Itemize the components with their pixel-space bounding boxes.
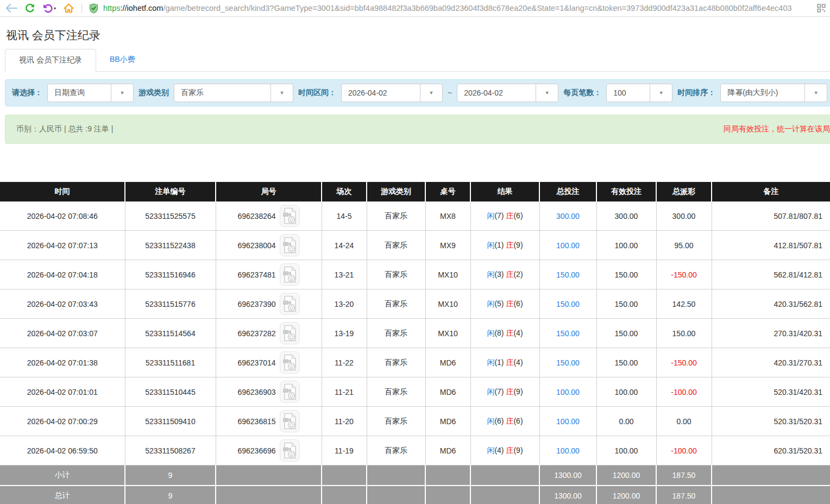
cell-session: 11-19 bbox=[322, 436, 367, 465]
cell-game-type: 百家乐 bbox=[367, 407, 425, 436]
header-result: 结果 bbox=[470, 182, 539, 201]
cell-total-bet: 150.00 bbox=[539, 260, 596, 289]
query-mode-select[interactable]: 日期查询 ▼ bbox=[47, 84, 134, 102]
url-text[interactable]: https://iohetf.com/game/betrecord_search… bbox=[103, 4, 810, 12]
total-bet-link[interactable]: 150.00 bbox=[556, 270, 580, 279]
total-bet-link[interactable]: 100.00 bbox=[556, 446, 580, 455]
cell-total-bet: 150.00 bbox=[539, 348, 596, 377]
player-label: 闲 bbox=[487, 329, 494, 337]
table-body: 2026-04-02 07:08:46523311525575696238264… bbox=[0, 201, 830, 504]
subtotal-row: 小计91300.001200.00187.50 bbox=[0, 465, 830, 486]
cell-remark: 412.81/507.81 bbox=[712, 231, 830, 260]
cell-total-bet: 300.00 bbox=[539, 201, 596, 231]
cell-bet-id: 523311515776 bbox=[125, 289, 216, 319]
banker-label: 庄 bbox=[506, 211, 513, 220]
cell-session: 13-21 bbox=[322, 260, 367, 289]
video-replay-button[interactable] bbox=[280, 410, 300, 432]
total-bet-link[interactable]: 300.00 bbox=[556, 212, 580, 220]
banker-label: 庄 bbox=[506, 241, 513, 249]
video-file-icon bbox=[282, 207, 297, 224]
video-replay-button[interactable] bbox=[280, 322, 300, 344]
cell-game-type: 百家乐 bbox=[367, 377, 425, 407]
cell-valid-bet: 100.00 bbox=[596, 231, 656, 260]
footer-count: 9 bbox=[125, 465, 216, 486]
round-number: 696238264 bbox=[237, 212, 275, 220]
video-file-icon bbox=[282, 442, 297, 459]
qr-code-icon[interactable] bbox=[817, 4, 826, 12]
tab-bb-tips[interactable]: BB小费 bbox=[96, 49, 149, 71]
undo-control[interactable]: ▾ bbox=[42, 3, 56, 13]
cell-valid-bet: 150.00 bbox=[596, 289, 656, 319]
date-from-select[interactable]: 2026-04-02 ▼ bbox=[341, 84, 443, 102]
footer-empty-cell bbox=[470, 486, 539, 504]
total-bet-link[interactable]: 100.00 bbox=[556, 388, 580, 396]
footer-empty-cell bbox=[712, 465, 830, 486]
round-number: 696237390 bbox=[237, 300, 275, 308]
back-icon[interactable] bbox=[5, 4, 17, 12]
video-replay-button[interactable] bbox=[280, 205, 300, 227]
total-bet-link[interactable]: 150.00 bbox=[556, 358, 580, 367]
footer-empty-cell bbox=[322, 486, 367, 504]
url-path: /game/betrecord_search/kind3?GameType=30… bbox=[163, 4, 791, 12]
banker-label: 庄 bbox=[506, 270, 513, 279]
home-icon[interactable] bbox=[63, 3, 74, 14]
security-shield-icon[interactable] bbox=[89, 3, 98, 14]
video-replay-button[interactable] bbox=[280, 293, 300, 315]
video-replay-button[interactable] bbox=[280, 439, 300, 462]
cell-remark: 562.81/412.81 bbox=[712, 260, 830, 289]
header-remark: 备注 bbox=[712, 182, 830, 201]
player-label: 闲 bbox=[487, 446, 494, 455]
undo-dropdown-caret[interactable]: ▾ bbox=[54, 6, 56, 11]
banker-label: 庄 bbox=[506, 417, 513, 425]
video-replay-button[interactable] bbox=[280, 234, 300, 256]
game-type-select[interactable]: 百家乐 ▼ bbox=[174, 84, 293, 102]
total-bet-link[interactable]: 100.00 bbox=[556, 417, 580, 426]
page-title: 视讯 会员下注纪录 bbox=[6, 28, 830, 43]
sort-order-label: 时间排序： bbox=[677, 88, 715, 98]
video-file-icon bbox=[282, 325, 297, 342]
cell-game-type: 百家乐 bbox=[367, 436, 425, 465]
address-bar[interactable]: https://iohetf.com/game/betrecord_search… bbox=[89, 3, 810, 14]
banker-score: (9) bbox=[513, 241, 523, 249]
cell-payout: 95.00 bbox=[656, 231, 712, 260]
game-type-label: 游戏类别 bbox=[139, 88, 169, 98]
tab-bet-records[interactable]: 视讯 会员下注纪录 bbox=[5, 49, 96, 72]
sort-order-select[interactable]: 降幂(由大到小) ▼ bbox=[720, 84, 827, 102]
chevron-down-icon: ▼ bbox=[271, 84, 293, 102]
cell-valid-bet: 150.00 bbox=[596, 260, 656, 289]
player-label: 闲 bbox=[487, 241, 494, 249]
refresh-icon[interactable] bbox=[24, 3, 35, 14]
footer-empty-cell bbox=[322, 465, 367, 486]
table-row: 2026-04-02 06:59:50523311508267696236696… bbox=[0, 436, 830, 465]
video-replay-button[interactable] bbox=[280, 263, 300, 286]
footer-valid-bet: 1200.00 bbox=[596, 486, 656, 504]
footer-empty-cell bbox=[367, 486, 425, 504]
cell-valid-bet: 150.00 bbox=[596, 319, 656, 348]
cell-valid-bet: 300.00 bbox=[596, 201, 656, 231]
summary-notice-text: 同局有效投注，统一计算在该局 bbox=[724, 124, 830, 134]
cell-game-type: 百家乐 bbox=[367, 289, 425, 319]
player-label: 闲 bbox=[487, 299, 494, 308]
player-label: 闲 bbox=[487, 270, 494, 279]
tab-bar: 视讯 会员下注纪录 BB小费 bbox=[5, 49, 830, 72]
cell-payout: 142.50 bbox=[656, 289, 712, 319]
cell-bet-id: 523311508267 bbox=[125, 436, 216, 465]
footer-label: 小计 bbox=[0, 465, 125, 486]
game-type-value: 百家乐 bbox=[174, 84, 271, 102]
player-score: (5) bbox=[494, 299, 504, 308]
player-score: (8) bbox=[494, 329, 504, 337]
cell-result: 闲(4) 庄(9) bbox=[470, 436, 539, 465]
total-bet-link[interactable]: 150.00 bbox=[556, 329, 580, 338]
total-bet-link[interactable]: 150.00 bbox=[556, 300, 580, 308]
video-replay-button[interactable] bbox=[280, 381, 300, 403]
footer-count: 9 bbox=[125, 486, 216, 504]
cell-payout: -100.00 bbox=[656, 377, 712, 407]
per-page-select[interactable]: 100 ▼ bbox=[606, 84, 672, 102]
total-bet-link[interactable]: 100.00 bbox=[556, 241, 580, 250]
footer-label: 总计 bbox=[0, 486, 125, 504]
undo-icon[interactable] bbox=[42, 3, 53, 13]
cell-remark: 620.31/520.31 bbox=[712, 436, 830, 465]
round-number: 696236903 bbox=[237, 388, 275, 396]
video-replay-button[interactable] bbox=[280, 351, 300, 374]
date-to-select[interactable]: 2026-04-02 ▼ bbox=[457, 84, 558, 102]
